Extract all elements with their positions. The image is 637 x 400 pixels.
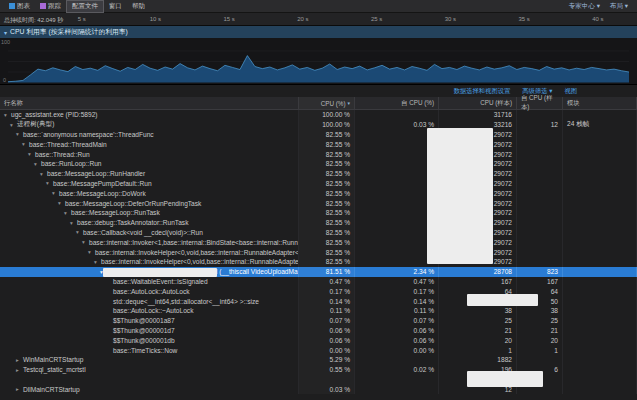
- table-row[interactable]: ▾base::Thread::ThreadMain82.55 %29072: [0, 139, 637, 149]
- stack-label: base::debug::TaskAnnotator::RunTask: [77, 219, 188, 226]
- value-cell: 1: [517, 345, 563, 355]
- table-row[interactable]: ▾base::Thread::Run82.55 %29072: [0, 149, 637, 159]
- stack-label: base::Thread::Run: [35, 151, 90, 158]
- expander-icon[interactable]: ▾: [64, 210, 71, 216]
- stack-cell: ▾进程树(典型): [0, 120, 299, 130]
- table-row[interactable]: ▾进程树(典型)100.00 %0.03 %332161224 栈帧: [0, 120, 637, 130]
- stack-label: base::MessageLoop::DoWork: [59, 190, 146, 197]
- graph-header[interactable]: ▾ CPU 利用率 (按采样间隔统计的利用率): [0, 26, 637, 38]
- view-link[interactable]: 数据选择和视图设置: [454, 87, 511, 96]
- expander-icon[interactable]: ▾: [4, 29, 7, 36]
- table-row[interactable]: ▸WinMainCRTStartup5.29 %1882: [0, 355, 637, 365]
- menu-item[interactable]: 图表: [4, 0, 35, 13]
- expander-icon[interactable]: ▸: [16, 367, 23, 373]
- menu-right-item[interactable]: 专家中心 ▾: [564, 1, 605, 12]
- menu-item-label: 图表: [17, 2, 30, 11]
- table-row[interactable]: ▾base::MessageLoop::RunHandler82.55 %290…: [0, 169, 637, 179]
- table-row[interactable]: $$Thunk@000001d70.06 %0.06 %2121: [0, 326, 637, 336]
- menu-item[interactable]: 窗口: [104, 0, 127, 13]
- value-cell: 0.06 %: [299, 335, 355, 345]
- expander-icon[interactable]: ▾: [16, 131, 23, 137]
- value-cell: [355, 375, 439, 385]
- menu-item[interactable]: 帮助: [127, 0, 150, 13]
- module-cell: [563, 159, 637, 169]
- menu-item-label: 配置文件: [72, 2, 98, 11]
- value-cell: 28708: [439, 267, 517, 277]
- expander-icon[interactable]: ▾: [34, 161, 41, 167]
- module-cell: [563, 130, 637, 140]
- stack-cell: ▸DllMainCRTStartup: [0, 384, 299, 394]
- module-cell: [563, 316, 637, 326]
- menu-item[interactable]: 配置文件: [66, 0, 104, 13]
- value-cell: [355, 110, 439, 120]
- expander-icon[interactable]: ▾: [22, 141, 29, 147]
- column-header-0[interactable]: 行名称: [0, 97, 299, 109]
- table-row[interactable]: base::AutoLock::AutoLock0.17 %0.17 %6464: [0, 286, 637, 296]
- column-header-1[interactable]: CPU (%)▾: [299, 97, 355, 109]
- table-row[interactable]: ▾base::internal::InvokeHelper<0,void,bas…: [0, 257, 637, 267]
- expander-icon[interactable]: ▾: [4, 112, 11, 118]
- table-row[interactable]: ▾base::internal::Invoker<1,base::interna…: [0, 237, 637, 247]
- expander-icon[interactable]: ▾: [58, 200, 65, 206]
- value-cell: [517, 188, 563, 198]
- value-cell: 82.55 %: [299, 218, 355, 228]
- value-cell: 0.02 %: [355, 365, 439, 375]
- value-cell: 82.55 %: [299, 237, 355, 247]
- total-duration-label: 总持续时间: 42.049 秒: [4, 16, 63, 25]
- value-cell: 0.06 %: [355, 326, 439, 336]
- table-row[interactable]: ▾base::internal::RunnableAdapter<void (_…: [0, 267, 637, 277]
- expander-icon[interactable]: ▾: [28, 151, 35, 157]
- expander-icon[interactable]: ▸: [16, 386, 23, 392]
- table-row[interactable]: ▾base::MessageLoop::DoWork82.55 %29072: [0, 188, 637, 198]
- view-link[interactable]: 视图: [564, 87, 577, 96]
- table-row[interactable]: ▾base::MessageLoop::DeferOrRunPendingTas…: [0, 198, 637, 208]
- expander-icon[interactable]: ▾: [82, 239, 89, 245]
- expander-icon[interactable]: ▾: [46, 180, 53, 186]
- table-row[interactable]: ▾base::MessagePumpDefault::Run82.55 %290…: [0, 179, 637, 189]
- expander-icon[interactable]: ▾: [10, 122, 17, 128]
- table-row[interactable]: base::AutoLock::~AutoLock0.11 %0.11 %383…: [0, 306, 637, 316]
- table-row[interactable]: $$Thunk@000001db0.06 %0.06 %2020: [0, 335, 637, 345]
- cpu-usage-chart[interactable]: 100 0: [0, 38, 637, 85]
- expander-icon[interactable]: ▾: [70, 220, 77, 226]
- table-row[interactable]: ▾base::internal::InvokeHelper<0,void,bas…: [0, 247, 637, 257]
- column-label: 行名称: [4, 99, 23, 108]
- module-cell: [563, 375, 637, 385]
- stack-label: std::deque<__int64,std::allocator<__int6…: [113, 298, 259, 305]
- table-row[interactable]: ▾base::`anonymous namespace'::ThreadFunc…: [0, 130, 637, 140]
- stack-cell: $$Thunk@000001db: [0, 335, 299, 345]
- value-cell: 20: [517, 335, 563, 345]
- value-cell: 82.55 %: [299, 257, 355, 267]
- expander-icon[interactable]: ▾: [40, 171, 47, 177]
- column-header-3[interactable]: CPU (样本): [439, 97, 517, 109]
- timeline-ruler[interactable]: 总持续时间: 42.049 秒 5 s10 s15 s20 s25 s30 s3…: [0, 13, 637, 26]
- stack-cell: ▸WinMainCRTStartup: [0, 355, 299, 365]
- expander-icon[interactable]: ▾: [94, 259, 101, 265]
- table-row[interactable]: std::deque<__int64,std::allocator<__int6…: [0, 296, 637, 306]
- stack-table: 行名称CPU (%)▾自 CPU (%)CPU (样本)自 CPU (样本)模块…: [0, 97, 637, 394]
- table-row[interactable]: ▾base::debug::TaskAnnotator::RunTask82.5…: [0, 218, 637, 228]
- table-row[interactable]: base::TimeTicks::Now0.00 %0.00 %11: [0, 345, 637, 355]
- column-header-5[interactable]: 模块: [563, 97, 637, 109]
- stack-cell: ▾base::`anonymous namespace'::ThreadFunc: [0, 130, 299, 140]
- table-row[interactable]: ▾base::RunLoop::Run82.55 %29072: [0, 159, 637, 169]
- table-row[interactable]: base::WaitableEvent::IsSignaled0.47 %0.4…: [0, 277, 637, 287]
- column-label: CPU (样本): [480, 99, 512, 108]
- table-row[interactable]: ▾ugc_assistant.exe (PID:5892)100.00 %317…: [0, 110, 637, 120]
- stack-cell: ▾base::MessageLoop::RunTask: [0, 208, 299, 218]
- column-header-2[interactable]: 自 CPU (%): [355, 97, 439, 109]
- menu-item[interactable]: 跟踪: [35, 0, 66, 13]
- table-row[interactable]: ▾base::MessageLoop::RunTask82.55 %29072: [0, 208, 637, 218]
- value-cell: 1: [439, 345, 517, 355]
- timeline-tick: 5 s: [78, 16, 86, 22]
- module-cell: [563, 218, 637, 228]
- menu-right-item[interactable]: 布局 ▾: [605, 1, 633, 12]
- column-header-4[interactable]: 自 CPU (样本): [517, 97, 563, 109]
- table-row[interactable]: $$Thunk@00001a870.07 %0.07 %2525: [0, 316, 637, 326]
- table-row[interactable]: ▾base::Callback<void __cdecl(void)>::Run…: [0, 228, 637, 238]
- expander-icon[interactable]: ▾: [52, 190, 59, 196]
- value-cell: [517, 159, 563, 169]
- expander-icon[interactable]: ▸: [16, 357, 23, 363]
- expander-icon[interactable]: ▾: [88, 249, 95, 255]
- expander-icon[interactable]: ▾: [76, 229, 83, 235]
